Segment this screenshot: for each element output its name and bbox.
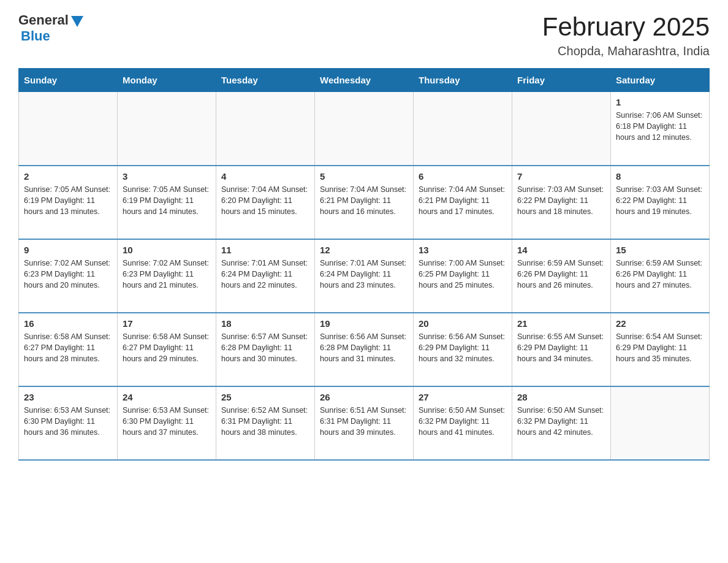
calendar-cell: 13Sunrise: 7:00 AM Sunset: 6:25 PM Dayli… bbox=[414, 239, 512, 313]
calendar-cell: 8Sunrise: 7:03 AM Sunset: 6:22 PM Daylig… bbox=[611, 166, 710, 239]
calendar-cell: 11Sunrise: 7:01 AM Sunset: 6:24 PM Dayli… bbox=[216, 239, 315, 313]
day-number: 6 bbox=[419, 171, 507, 182]
logo-blue-part bbox=[70, 13, 83, 27]
calendar-cell bbox=[512, 92, 611, 166]
calendar-cell: 5Sunrise: 7:04 AM Sunset: 6:21 PM Daylig… bbox=[315, 166, 414, 239]
day-number: 12 bbox=[320, 245, 408, 255]
day-info: Sunrise: 7:01 AM Sunset: 6:24 PM Dayligh… bbox=[221, 258, 309, 291]
day-info: Sunrise: 6:55 AM Sunset: 6:29 PM Dayligh… bbox=[517, 331, 605, 364]
day-info: Sunrise: 7:04 AM Sunset: 6:21 PM Dayligh… bbox=[419, 184, 507, 217]
day-info: Sunrise: 6:51 AM Sunset: 6:31 PM Dayligh… bbox=[320, 405, 408, 438]
calendar-cell: 22Sunrise: 6:54 AM Sunset: 6:29 PM Dayli… bbox=[611, 313, 710, 386]
calendar-cell: 18Sunrise: 6:57 AM Sunset: 6:28 PM Dayli… bbox=[216, 313, 315, 386]
day-info: Sunrise: 7:03 AM Sunset: 6:22 PM Dayligh… bbox=[616, 184, 704, 217]
day-number: 16 bbox=[24, 318, 112, 329]
calendar-cell bbox=[19, 92, 118, 166]
calendar-cell bbox=[611, 386, 710, 460]
col-header-thursday: Thursday bbox=[414, 69, 512, 92]
day-info: Sunrise: 6:58 AM Sunset: 6:27 PM Dayligh… bbox=[123, 331, 211, 364]
calendar-cell: 27Sunrise: 6:50 AM Sunset: 6:32 PM Dayli… bbox=[414, 386, 512, 460]
calendar-cell bbox=[216, 92, 315, 166]
day-info: Sunrise: 6:54 AM Sunset: 6:29 PM Dayligh… bbox=[616, 331, 704, 364]
day-info: Sunrise: 6:53 AM Sunset: 6:30 PM Dayligh… bbox=[24, 405, 112, 438]
calendar-cell: 7Sunrise: 7:03 AM Sunset: 6:22 PM Daylig… bbox=[512, 166, 611, 239]
day-info: Sunrise: 7:01 AM Sunset: 6:24 PM Dayligh… bbox=[320, 258, 408, 291]
day-info: Sunrise: 7:06 AM Sunset: 6:18 PM Dayligh… bbox=[616, 110, 704, 143]
calendar-cell: 15Sunrise: 6:59 AM Sunset: 6:26 PM Dayli… bbox=[611, 239, 710, 313]
col-header-sunday: Sunday bbox=[19, 69, 118, 92]
calendar-cell: 17Sunrise: 6:58 AM Sunset: 6:27 PM Dayli… bbox=[118, 313, 216, 386]
day-info: Sunrise: 7:05 AM Sunset: 6:19 PM Dayligh… bbox=[123, 184, 211, 217]
logo-general-text: General bbox=[18, 12, 69, 28]
day-info: Sunrise: 6:50 AM Sunset: 6:32 PM Dayligh… bbox=[517, 405, 605, 438]
day-info: Sunrise: 7:00 AM Sunset: 6:25 PM Dayligh… bbox=[419, 258, 507, 291]
day-info: Sunrise: 7:02 AM Sunset: 6:23 PM Dayligh… bbox=[123, 258, 211, 291]
day-info: Sunrise: 7:03 AM Sunset: 6:22 PM Dayligh… bbox=[517, 184, 605, 217]
day-info: Sunrise: 6:59 AM Sunset: 6:26 PM Dayligh… bbox=[517, 258, 605, 291]
day-number: 7 bbox=[517, 171, 605, 182]
page-header: General Blue February 2025 Chopda, Mahar… bbox=[18, 12, 710, 58]
day-info: Sunrise: 6:57 AM Sunset: 6:28 PM Dayligh… bbox=[221, 331, 309, 364]
calendar-cell: 28Sunrise: 6:50 AM Sunset: 6:32 PM Dayli… bbox=[512, 386, 611, 460]
calendar-cell: 21Sunrise: 6:55 AM Sunset: 6:29 PM Dayli… bbox=[512, 313, 611, 386]
calendar-week-row: 2Sunrise: 7:05 AM Sunset: 6:19 PM Daylig… bbox=[19, 166, 710, 239]
calendar-cell bbox=[315, 92, 414, 166]
calendar-cell: 19Sunrise: 6:56 AM Sunset: 6:28 PM Dayli… bbox=[315, 313, 414, 386]
day-number: 14 bbox=[517, 245, 605, 255]
calendar-cell: 1Sunrise: 7:06 AM Sunset: 6:18 PM Daylig… bbox=[611, 92, 710, 166]
logo-triangle-icon bbox=[71, 16, 83, 27]
calendar-cell: 25Sunrise: 6:52 AM Sunset: 6:31 PM Dayli… bbox=[216, 386, 315, 460]
calendar-subtitle: Chopda, Maharashtra, India bbox=[542, 44, 710, 58]
calendar-cell: 26Sunrise: 6:51 AM Sunset: 6:31 PM Dayli… bbox=[315, 386, 414, 460]
day-number: 10 bbox=[123, 245, 211, 255]
day-number: 3 bbox=[123, 171, 211, 182]
calendar-table: SundayMondayTuesdayWednesdayThursdayFrid… bbox=[18, 68, 710, 461]
day-number: 5 bbox=[320, 171, 408, 182]
calendar-cell bbox=[118, 92, 216, 166]
day-info: Sunrise: 6:56 AM Sunset: 6:28 PM Dayligh… bbox=[320, 331, 408, 364]
calendar-cell: 2Sunrise: 7:05 AM Sunset: 6:19 PM Daylig… bbox=[19, 166, 118, 239]
day-number: 2 bbox=[24, 171, 112, 182]
day-number: 15 bbox=[616, 245, 704, 255]
col-header-monday: Monday bbox=[118, 69, 216, 92]
calendar-cell: 4Sunrise: 7:04 AM Sunset: 6:20 PM Daylig… bbox=[216, 166, 315, 239]
col-header-saturday: Saturday bbox=[611, 69, 710, 92]
day-number: 28 bbox=[517, 392, 605, 402]
day-number: 18 bbox=[221, 318, 309, 329]
day-number: 21 bbox=[517, 318, 605, 329]
calendar-cell: 6Sunrise: 7:04 AM Sunset: 6:21 PM Daylig… bbox=[414, 166, 512, 239]
calendar-cell: 23Sunrise: 6:53 AM Sunset: 6:30 PM Dayli… bbox=[19, 386, 118, 460]
day-number: 17 bbox=[123, 318, 211, 329]
logo: General Blue bbox=[18, 12, 83, 44]
day-info: Sunrise: 6:52 AM Sunset: 6:31 PM Dayligh… bbox=[221, 405, 309, 438]
day-number: 19 bbox=[320, 318, 408, 329]
calendar-cell: 24Sunrise: 6:53 AM Sunset: 6:30 PM Dayli… bbox=[118, 386, 216, 460]
day-number: 11 bbox=[221, 245, 309, 255]
col-header-tuesday: Tuesday bbox=[216, 69, 315, 92]
day-number: 9 bbox=[24, 245, 112, 255]
day-info: Sunrise: 6:56 AM Sunset: 6:29 PM Dayligh… bbox=[419, 331, 507, 364]
day-info: Sunrise: 7:05 AM Sunset: 6:19 PM Dayligh… bbox=[24, 184, 112, 217]
day-number: 22 bbox=[616, 318, 704, 329]
calendar-week-row: 1Sunrise: 7:06 AM Sunset: 6:18 PM Daylig… bbox=[19, 92, 710, 166]
calendar-title: February 2025 bbox=[542, 12, 710, 42]
logo-blue-text: Blue bbox=[21, 28, 83, 44]
day-number: 4 bbox=[221, 171, 309, 182]
calendar-week-row: 16Sunrise: 6:58 AM Sunset: 6:27 PM Dayli… bbox=[19, 313, 710, 386]
day-number: 26 bbox=[320, 392, 408, 402]
calendar-cell bbox=[414, 92, 512, 166]
title-block: February 2025 Chopda, Maharashtra, India bbox=[542, 12, 710, 58]
day-info: Sunrise: 6:53 AM Sunset: 6:30 PM Dayligh… bbox=[123, 405, 211, 438]
day-info: Sunrise: 6:58 AM Sunset: 6:27 PM Dayligh… bbox=[24, 331, 112, 364]
day-number: 27 bbox=[419, 392, 507, 402]
calendar-cell: 14Sunrise: 6:59 AM Sunset: 6:26 PM Dayli… bbox=[512, 239, 611, 313]
col-header-wednesday: Wednesday bbox=[315, 69, 414, 92]
day-number: 23 bbox=[24, 392, 112, 402]
day-number: 20 bbox=[419, 318, 507, 329]
day-number: 25 bbox=[221, 392, 309, 402]
calendar-cell: 20Sunrise: 6:56 AM Sunset: 6:29 PM Dayli… bbox=[414, 313, 512, 386]
calendar-week-row: 9Sunrise: 7:02 AM Sunset: 6:23 PM Daylig… bbox=[19, 239, 710, 313]
calendar-week-row: 23Sunrise: 6:53 AM Sunset: 6:30 PM Dayli… bbox=[19, 386, 710, 460]
calendar-cell: 3Sunrise: 7:05 AM Sunset: 6:19 PM Daylig… bbox=[118, 166, 216, 239]
day-number: 1 bbox=[616, 97, 704, 107]
